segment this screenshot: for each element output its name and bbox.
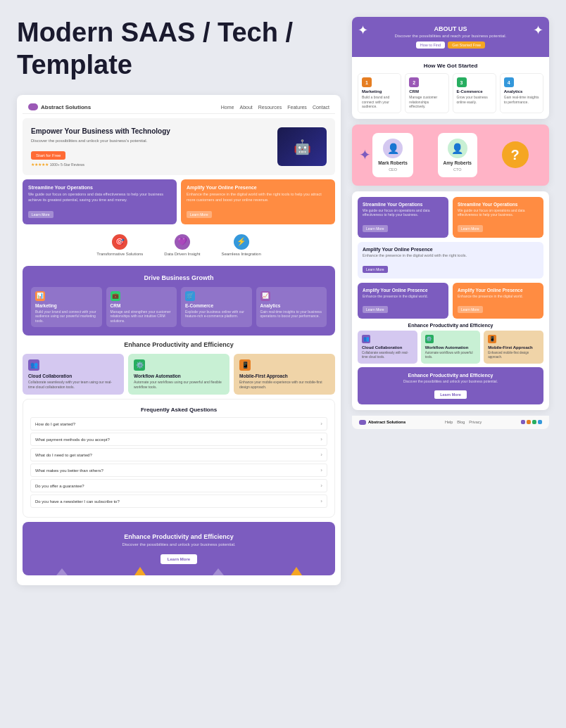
footer-dots	[521, 420, 542, 424]
enhance-card-cloud: 👥 Cloud Collaboration Collaborate seamle…	[23, 354, 124, 395]
hero-cta-button[interactable]: Start for Free	[31, 151, 65, 160]
streamline-learn-more-btn[interactable]: Learn More	[28, 211, 54, 218]
drive-section: Drive Business Growth 📊 Marketing Build …	[23, 266, 335, 336]
preview-nav: Abstract Solutions Home About Resources …	[23, 101, 335, 114]
footer-dot-1	[521, 420, 525, 424]
faq-arrow-5: ›	[320, 483, 322, 489]
drive-card-marketing: 📊 Marketing Build your brand and connect…	[31, 287, 102, 328]
rec-cloud-icon: 👥	[362, 335, 370, 343]
faq-item-4[interactable]: What makes you better than others? ›	[30, 464, 327, 477]
faq-arrow-6: ›	[320, 498, 322, 504]
hero-text: Empower Your Business with Technology Di…	[31, 127, 270, 167]
workflow-icon: ⚙️	[134, 359, 145, 371]
footer-logo-icon	[359, 420, 366, 425]
rg-card-amplify-1: Amplify Your Online Presence Enhance the…	[358, 283, 448, 319]
rec-workflow-icon: ⚙️	[425, 335, 434, 343]
avatar-card-mark: 👤 Mark Roberts CEO	[372, 133, 413, 177]
deco-triangle-1	[56, 568, 68, 575]
faq-arrow-1: ›	[320, 421, 322, 427]
faq-item-5[interactable]: Do you offer a guarantee? ›	[30, 479, 327, 492]
right-about-preview: ✦ ABOUT US Discover the possibilities an…	[352, 17, 549, 119]
icon-data-driven: 💜 Data Driven Insight	[164, 234, 200, 256]
robot-icon: 🤖	[294, 139, 311, 155]
cta-decoration	[23, 561, 335, 575]
feature-cards-row: Streamline Your Operations We guide our …	[23, 179, 335, 224]
how-card-1: 1 Marketing Build a brand and connect wi…	[358, 73, 401, 113]
nav-logo: Abstract Solutions	[28, 103, 91, 110]
question-badge: ?	[502, 141, 529, 168]
rg-row-2: Amplify Your Online Presence Enhance the…	[358, 283, 543, 319]
logo-icon	[28, 103, 38, 110]
rec-card-cloud: 👥 Cloud Collaboration Collaborate seamle…	[358, 331, 417, 364]
how-card-2: 2 CRM Manage customer relationships effe…	[405, 73, 448, 113]
rg-learn-more-btn-1[interactable]: Learn More	[363, 225, 388, 232]
faq-item-3[interactable]: What do I need to get started? ›	[30, 448, 327, 461]
rg-row-1: Streamline Your Operations We guide our …	[358, 197, 543, 238]
deco-triangle-2	[134, 567, 146, 575]
enhance-cards: 👥 Cloud Collaboration Collaborate seamle…	[23, 354, 335, 395]
rg-bottom-btn-2[interactable]: Learn More	[458, 306, 483, 313]
icons-row: 🎯 Transformative Solutions 💜 Data Driven…	[23, 229, 335, 262]
rg-full-card-btn[interactable]: Learn More	[363, 266, 388, 273]
right-enhance-cards: 👥 Cloud Collaboration Collaborate seamle…	[358, 331, 543, 364]
faq-arrow-2: ›	[320, 436, 322, 442]
hero-description: Discover the possibilities and unlock yo…	[31, 139, 270, 143]
sparkle-pink-icon: ✦	[359, 146, 371, 163]
avatar-mark: 👤	[383, 139, 403, 158]
sparkle-right-icon: ✦	[533, 23, 543, 38]
rg-bottom-btn-1[interactable]: Learn More	[363, 306, 388, 313]
faq-arrow-3: ›	[320, 452, 322, 458]
faq-item-2[interactable]: What payment methods do you accept? ›	[30, 433, 327, 446]
mobile-icon: 📱	[239, 359, 251, 371]
marketing-icon: 📊	[35, 291, 45, 301]
template-preview: Abstract Solutions Home About Resources …	[17, 95, 341, 585]
hero-image: 🤖	[277, 127, 327, 166]
rg-card-streamline-2: Streamline Your Operations We guide our …	[453, 197, 543, 238]
rg-learn-more-btn-2[interactable]: Learn More	[458, 225, 483, 232]
deco-triangle-4	[291, 567, 302, 575]
how-card-4: 4 Analytics Gain real-time insights to p…	[500, 73, 543, 113]
rg-card-amplify-2: Amplify Your Online Presence Enhance the…	[453, 283, 543, 319]
how-to-find-btn[interactable]: How to Find	[416, 41, 445, 49]
enhance-card-mobile: 📱 Mobile-First Approach Enhance your mob…	[234, 354, 335, 395]
footer-dot-2	[527, 420, 531, 424]
rg-card-streamline-1: Streamline Your Operations We guide our …	[358, 197, 448, 238]
faq-arrow-4: ›	[320, 467, 322, 473]
target-icon: 🎯	[112, 234, 127, 250]
amplify-learn-more-btn[interactable]: Learn More	[187, 211, 212, 218]
how-we-started-section: How We Got Started 1 Marketing Build a b…	[352, 57, 549, 119]
avatar-amy: 👤	[448, 139, 467, 158]
deco-triangle-3	[213, 568, 224, 575]
right-cta-button[interactable]: Learn More	[434, 390, 467, 399]
rec-mobile-icon: 📱	[488, 335, 496, 343]
icon-seamless: ⚡ Seamless Integration	[221, 234, 260, 256]
right-enhance-title: Enhance Productivity and Efficiency	[358, 323, 543, 328]
drive-card-ecommerce: 🛒 E-Commerce Explode your business onlin…	[181, 287, 252, 328]
drive-card-crm: 💼 CRM Manage and strengthen your custome…	[106, 287, 177, 328]
how-cards: 1 Marketing Build a brand and connect wi…	[358, 73, 543, 113]
nav-links: Home About Resources Features Contact	[221, 105, 329, 110]
rec-card-workflow: ⚙️ Workflow Automation Automate workflow…	[421, 331, 481, 364]
faq-item-6[interactable]: Do you have a newsletter I can subscribe…	[30, 494, 327, 508]
drive-card-analytics: 📈 Analytics Gain real-time insights to y…	[256, 287, 327, 328]
footer-links: Help Blog Privacy	[445, 420, 482, 424]
right-feature-grid: Streamline Your Operations We guide our …	[352, 191, 549, 410]
footer-dot-3	[532, 420, 536, 424]
how-card-3: 3 E-Commerce Grow your business online e…	[453, 73, 496, 113]
faq-item-1[interactable]: How do I get started? ›	[30, 417, 327, 430]
lightning-icon: ⚡	[234, 234, 249, 250]
drive-cards: 📊 Marketing Build your brand and connect…	[31, 287, 327, 328]
hero-section: Empower Your Business with Technology Di…	[23, 118, 335, 175]
hero-stars: ★★★★★ 1000+ 5-Star Reviews	[31, 162, 270, 167]
ecommerce-icon: 🛒	[185, 291, 195, 301]
avatar-card-amy: 👤 Amy Roberts CTO	[438, 133, 477, 177]
rg-full-card: Amplify Your Online Presence Enhance the…	[358, 242, 543, 279]
crm-icon: 💼	[111, 291, 120, 301]
footer-dot-4	[538, 420, 542, 424]
enhance-section-title: Enhance Productivity and Efficiency	[23, 341, 335, 348]
rec-card-mobile: 📱 Mobile-First Approach Enhanced mobile-…	[484, 331, 543, 364]
feature-card-amplify: Amplify Your Online Presence Enhance the…	[181, 179, 335, 224]
enhance-card-workflow: ⚙️ Workflow Automation Automate your wor…	[128, 354, 229, 395]
get-started-btn[interactable]: Get Started Free	[448, 41, 485, 49]
page-title: Modern SAAS / Tech / Template	[17, 17, 341, 81]
